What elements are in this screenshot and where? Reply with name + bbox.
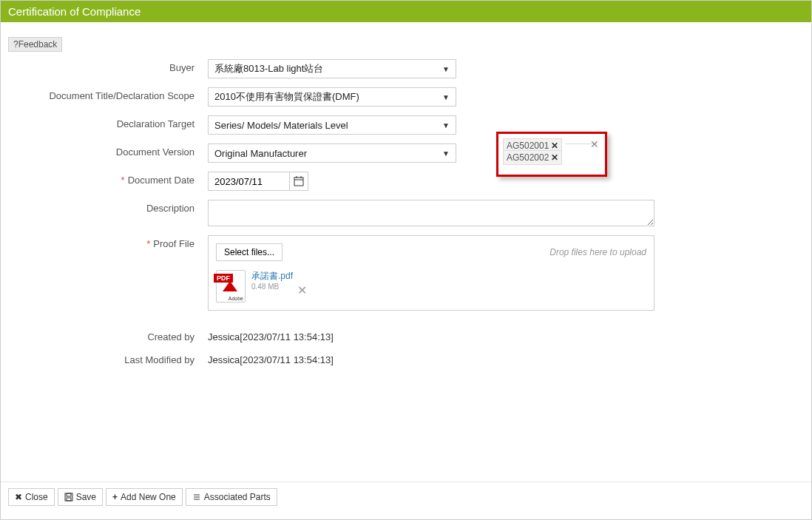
buyer-label: Buyer — [8, 59, 208, 73]
version-value: Original Manufacturer — [214, 148, 307, 159]
popup-close-button[interactable]: ✕ — [590, 138, 599, 150]
scope-value: 2010不使用有害物質保證書(DMF) — [214, 90, 359, 104]
proof-file-dropzone[interactable]: Select files... Drop files here to uploa… — [208, 235, 654, 311]
pdf-icon: Adobe — [216, 270, 246, 303]
drop-hint-text: Drop files here to upload — [549, 247, 646, 257]
file-name-link[interactable]: 承諾書.pdf — [251, 270, 293, 283]
page-title: Certification of Compliance — [1, 1, 811, 22]
created-by-label: Created by — [8, 328, 208, 342]
version-label: Document Version — [8, 143, 208, 158]
remove-tag-button[interactable]: ✕ — [551, 152, 558, 163]
selected-tag-label: AG502002 — [507, 152, 549, 163]
modified-by-value: Jessica[2023/07/11 13:54:13] — [208, 351, 334, 365]
selected-tag-label: AG502001 — [507, 141, 549, 151]
calendar-icon — [294, 176, 304, 186]
selected-tag: AG502002 ✕ — [503, 150, 562, 165]
chevron-down-icon: ▼ — [442, 65, 450, 73]
scope-select[interactable]: 2010不使用有害物質保證書(DMF) ▼ — [208, 87, 456, 107]
add-new-one-button[interactable]: + Add New One — [106, 488, 183, 506]
chevron-down-icon: ▼ — [442, 149, 450, 158]
desc-label: Description — [8, 200, 208, 214]
select-files-button[interactable]: Select files... — [216, 243, 282, 261]
version-select[interactable]: Original Manufacturer ▼ — [208, 143, 456, 163]
remove-tag-button[interactable]: ✕ — [551, 141, 558, 151]
plus-icon: + — [112, 492, 118, 502]
date-input[interactable] — [208, 172, 289, 191]
divider — [1, 482, 811, 482]
close-icon: ✖ — [15, 492, 22, 502]
feedback-button[interactable]: ?Feedback — [8, 37, 62, 52]
target-select[interactable]: Series/ Models/ Materials Level ▼ — [208, 115, 456, 135]
scope-label: Document Title/Declaration Scope — [8, 87, 208, 101]
calendar-button[interactable] — [289, 172, 308, 191]
uploaded-file: Adobe 承諾書.pdf 0.48 MB ✕ — [216, 270, 646, 303]
proof-label: *Proof File — [8, 235, 208, 249]
list-icon — [192, 493, 201, 502]
buyer-select[interactable]: 系統廠8013-Lab light站台 ▼ — [208, 59, 456, 78]
date-label: *Document Date — [8, 172, 208, 186]
svg-rect-6 — [67, 498, 71, 501]
buyer-value: 系統廠8013-Lab light站台 — [214, 62, 323, 75]
svg-rect-5 — [67, 493, 71, 496]
associated-parts-button[interactable]: Associated Parts — [186, 488, 277, 506]
file-size-text: 0.48 MB — [251, 283, 293, 291]
remove-file-button[interactable]: ✕ — [297, 283, 307, 297]
selected-items-popup: ✕ AG502001 ✕ AG502002 ✕ — [496, 132, 607, 177]
modified-by-label: Last Modified by — [8, 351, 208, 365]
save-button[interactable]: Save — [58, 488, 103, 506]
created-by-value: Jessica[2023/07/11 13:54:13] — [208, 328, 334, 342]
save-icon — [64, 493, 73, 502]
close-button[interactable]: ✖ Close — [8, 488, 55, 506]
target-label: Declaration Target — [8, 115, 208, 129]
target-value: Series/ Models/ Materials Level — [214, 120, 348, 131]
chevron-down-icon: ▼ — [442, 121, 450, 129]
chevron-down-icon: ▼ — [442, 93, 450, 101]
svg-rect-0 — [294, 178, 303, 186]
description-textarea[interactable] — [208, 200, 654, 226]
